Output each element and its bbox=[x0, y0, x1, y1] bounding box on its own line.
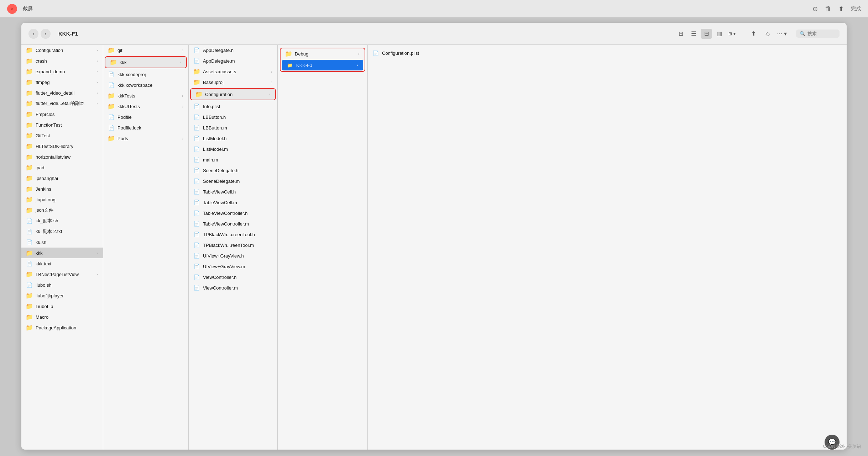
file-icon: 📄 bbox=[193, 285, 200, 291]
more-button[interactable]: ⋯ ▾ bbox=[776, 29, 788, 39]
forward-button[interactable]: › bbox=[41, 29, 51, 39]
search-bar[interactable]: 🔍 bbox=[796, 30, 840, 38]
kkk-folder-item[interactable]: 📁 kkk › bbox=[21, 248, 103, 258]
share-button[interactable]: ⬆ bbox=[838, 5, 844, 13]
list-item[interactable]: 📄 kk.sh bbox=[21, 237, 103, 248]
folder-icon: 📁 bbox=[26, 303, 33, 309]
done-button[interactable]: 完成 bbox=[851, 6, 861, 12]
list-item[interactable]: 📁 LiuboLib bbox=[21, 301, 103, 312]
file-icon: 📄 bbox=[193, 103, 200, 110]
list-item[interactable]: 📁 crash › bbox=[21, 55, 103, 66]
pane-root: 📁 Configuration › 📁 crash › 📁 expand_dem… bbox=[21, 45, 103, 450]
gallery-view-button[interactable]: ▥ bbox=[713, 29, 725, 39]
configuration-item[interactable]: 📁 Configuration › bbox=[191, 89, 275, 100]
folder-icon: 📁 bbox=[26, 132, 33, 139]
folder-icon: 📁 bbox=[26, 175, 33, 181]
top-bar-title: 截屏 bbox=[23, 6, 33, 12]
list-item[interactable]: 📁 expand_demo › bbox=[21, 66, 103, 77]
list-item[interactable]: 📁 horizontallistview bbox=[21, 152, 103, 162]
folder-icon: 📁 bbox=[193, 79, 200, 85]
list-item[interactable]: 📄 kkk.text bbox=[21, 258, 103, 269]
folder-icon: 📁 bbox=[26, 164, 33, 171]
search-icon[interactable]: ⊙ bbox=[812, 5, 818, 13]
list-item[interactable]: 📄 TPBlackWh...reenTool.m bbox=[189, 240, 277, 250]
list-item[interactable]: 📁 Configuration › bbox=[21, 45, 103, 55]
list-item[interactable]: 📄 ViewController.m bbox=[189, 282, 277, 293]
list-item[interactable]: 📄 LBButton.h bbox=[189, 112, 277, 122]
folder-icon: 📁 bbox=[26, 186, 33, 192]
list-item[interactable]: 📁 LBNestPageListView › bbox=[21, 269, 103, 280]
list-item[interactable]: 📄 kk_副本.sh bbox=[21, 216, 103, 226]
list-item[interactable]: 📄 AppDelegate.h bbox=[189, 45, 277, 55]
list-item[interactable]: 📄 SceneDelegate.h bbox=[189, 165, 277, 176]
list-item[interactable]: 📁 json文件 bbox=[21, 205, 103, 216]
list-item[interactable]: 📄 liubo.sh bbox=[21, 280, 103, 290]
list-item[interactable]: 📄 ListModel.m bbox=[189, 144, 277, 154]
folder-icon: 📁 bbox=[108, 47, 115, 53]
list-item[interactable]: 📁 Pods › bbox=[103, 133, 188, 144]
list-item[interactable]: 📄 TPBlackWh...creenTool.h bbox=[189, 229, 277, 240]
list-item[interactable]: 📄 main.m bbox=[189, 154, 277, 165]
list-item[interactable]: 📁 Jenkins bbox=[21, 184, 103, 194]
list-item[interactable]: 📁 git › bbox=[103, 45, 188, 55]
list-item[interactable]: 📄 UIView+GrayView.h bbox=[189, 250, 277, 261]
list-item[interactable]: 📁 Assets.xcassets › bbox=[189, 66, 277, 77]
folder-icon: 📁 bbox=[110, 59, 117, 65]
delete-button[interactable]: 🗑 bbox=[825, 5, 831, 12]
list-item[interactable]: 📄 kkk.xcworkspace bbox=[103, 80, 188, 90]
kkk-f1-item[interactable]: 📁 KKK-F1 › bbox=[282, 60, 363, 70]
list-item[interactable]: 📁 kkkUITests › bbox=[103, 101, 188, 112]
list-item[interactable]: 📁 flutter_video_detail › bbox=[21, 88, 103, 98]
file-icon: 📄 bbox=[108, 114, 115, 120]
list-item[interactable]: 📄 UIView+GrayView.m bbox=[189, 261, 277, 272]
column-view-button[interactable]: ⊟ bbox=[701, 29, 712, 39]
debug-folder-item[interactable]: 📁 Debug › bbox=[281, 48, 365, 59]
list-item[interactable]: 📄 TableViewController.h bbox=[189, 208, 277, 218]
list-item[interactable]: 📁 Macro bbox=[21, 312, 103, 322]
share-action-button[interactable]: ⬆ bbox=[748, 29, 759, 39]
back-button[interactable]: ‹ bbox=[28, 29, 38, 39]
list-item[interactable]: 📄 Info.plist bbox=[189, 101, 277, 112]
list-item[interactable]: 📄 ListModel.h bbox=[189, 133, 277, 144]
list-item[interactable]: 📄 AppDelegate.m bbox=[189, 55, 277, 66]
list-item[interactable]: 📄 ViewController.h bbox=[189, 272, 277, 282]
list-item[interactable]: 📁 PackageApplication bbox=[21, 322, 103, 333]
kkk-subfolder-item[interactable]: 📁 kkk › bbox=[105, 57, 186, 68]
close-button[interactable]: ✕ bbox=[7, 4, 17, 14]
list-item[interactable]: 📄 Podfile bbox=[103, 112, 188, 122]
list-item[interactable]: 📁 liubofijkplayer bbox=[21, 290, 103, 301]
list-item[interactable]: 📄 kk_副本 2.txt bbox=[21, 226, 103, 237]
grid-view-button[interactable]: ⊞ bbox=[675, 29, 686, 39]
list-item[interactable]: 📁 Base.lproj › bbox=[189, 77, 277, 88]
list-item[interactable]: 📁 ipad bbox=[21, 162, 103, 173]
search-input[interactable] bbox=[807, 31, 836, 36]
list-item[interactable]: 📁 ffmpeg › bbox=[21, 77, 103, 88]
list-view-button[interactable]: ☰ bbox=[688, 29, 699, 39]
group-button[interactable]: ⊞ ▾ bbox=[726, 29, 738, 39]
list-item[interactable]: 📁 ipshanghai bbox=[21, 173, 103, 184]
folder-icon: 📁 bbox=[108, 92, 115, 99]
list-item[interactable]: 📄 TableViewCell.h bbox=[189, 186, 277, 197]
list-item[interactable]: 📁 kkkTests › bbox=[103, 90, 188, 101]
chevron-right-icon: › bbox=[96, 48, 98, 52]
list-item[interactable]: 📁 HLTestSDK-library bbox=[21, 141, 103, 152]
list-item[interactable]: 📁 FunctionTest bbox=[21, 120, 103, 130]
configuration-plist-item[interactable]: 📄 Configuration.plist bbox=[368, 48, 847, 58]
list-item[interactable]: 📁 flutter_vide...etail的副本 › bbox=[21, 98, 103, 109]
folder-icon: 📁 bbox=[26, 68, 33, 75]
chevron-right-icon: › bbox=[96, 80, 98, 84]
list-item[interactable]: 📄 LBButton.m bbox=[189, 122, 277, 133]
chevron-right-icon: › bbox=[182, 48, 183, 52]
file-icon: 📄 bbox=[26, 228, 33, 235]
list-item[interactable]: 📁 Fmprclos bbox=[21, 109, 103, 120]
file-icon: 📄 bbox=[26, 282, 33, 288]
tag-button[interactable]: ◇ bbox=[762, 29, 773, 39]
folder-icon: 📁 bbox=[286, 62, 293, 68]
list-item[interactable]: 📄 Podfile.lock bbox=[103, 122, 188, 133]
list-item[interactable]: 📄 TableViewCell.m bbox=[189, 197, 277, 208]
list-item[interactable]: 📁 GitTest bbox=[21, 130, 103, 141]
list-item[interactable]: 📁 jiupaitong bbox=[21, 194, 103, 205]
list-item[interactable]: 📄 kkk.xcodeproj bbox=[103, 69, 188, 80]
list-item[interactable]: 📄 TableViewController.m bbox=[189, 218, 277, 229]
list-item[interactable]: 📄 SceneDelegate.m bbox=[189, 176, 277, 186]
